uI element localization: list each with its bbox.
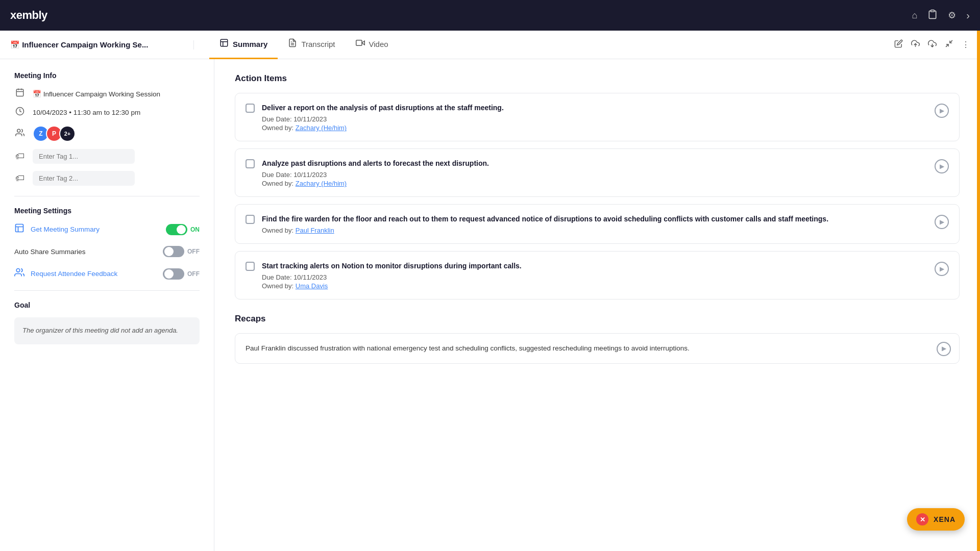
action-content-2: Analyze past disruptions and alerts to f… (262, 158, 927, 187)
action-play-btn-3[interactable]: ▶ (935, 215, 949, 229)
action-checkbox-3[interactable] (246, 215, 255, 224)
action-content-4: Start tracking alerts on Notion to monit… (262, 261, 927, 290)
recap-expand-btn-1[interactable]: ▶ (937, 342, 951, 356)
action-due-date-1: Due Date: 10/11/2023 (262, 115, 927, 123)
action-item-3: Find the fire warden for the floor and r… (235, 204, 960, 244)
setting-left-feedback: Request Attendee Feedback (14, 267, 117, 280)
toggle-thumb-auto-share (164, 247, 174, 256)
action-item-4: Start tracking alerts on Notion to monit… (235, 251, 960, 299)
svg-line-8 (946, 44, 948, 47)
action-checkbox-1[interactable] (246, 104, 255, 113)
svg-rect-5 (356, 40, 361, 46)
action-checkbox-4[interactable] (246, 262, 255, 271)
divider-2 (14, 290, 200, 291)
toggle-feedback[interactable]: OFF (163, 268, 200, 280)
action-due-date-2: Due Date: 10/11/2023 (262, 171, 927, 179)
goal-text: The organizer of this meeting did not ad… (22, 327, 178, 334)
attendees-icon (14, 128, 26, 140)
svg-rect-1 (220, 39, 228, 46)
download-icon[interactable] (928, 39, 937, 50)
avatar-count: 2+ (59, 126, 76, 142)
action-owner-2: Owned by: Zachary (He/him) (262, 180, 927, 187)
action-owner-1: Owned by: Zachary (He/him) (262, 124, 927, 132)
goal-title: Goal (14, 301, 200, 309)
compress-icon[interactable] (945, 39, 953, 50)
toggle-auto-share[interactable]: OFF (163, 246, 200, 257)
svg-point-17 (16, 269, 20, 272)
action-content-3: Find the fire warden for the floor and r… (262, 214, 927, 234)
action-owner-4: Owned by: Uma Davis (262, 282, 927, 290)
setting-row-summary: Get Meeting Summary ON (14, 223, 200, 236)
top-navigation: xembly ⌂ ⚙ › (0, 0, 980, 31)
action-play-btn-4[interactable]: ▶ (935, 262, 949, 276)
toggle-track-summary[interactable] (166, 224, 187, 235)
meeting-title: 📅 Influencer Campaign Working Se... (10, 40, 148, 49)
clipboard-icon[interactable] (927, 9, 938, 22)
recap-card-1: Paul Franklin discussed frustration with… (235, 333, 960, 364)
setting-feedback-label[interactable]: Request Attendee Feedback (31, 270, 117, 278)
tab-bar: 📅 Influencer Campaign Working Se... Summ… (0, 31, 980, 59)
toggle-summary[interactable]: ON (166, 224, 200, 235)
tab-transcript[interactable]: Transcript (278, 31, 345, 59)
action-owner-link-3[interactable]: Paul Franklin (296, 227, 334, 234)
tag1-input[interactable] (33, 149, 135, 164)
meeting-title-area: 📅 Influencer Campaign Working Se... (10, 40, 194, 49)
transcript-tab-label: Transcript (301, 40, 335, 48)
main-layout: Meeting Info 📅 Influencer Campaign Worki… (0, 59, 980, 551)
action-item-1: Deliver a report on the analysis of past… (235, 93, 960, 141)
action-content-1: Deliver a report on the analysis of past… (262, 103, 927, 132)
setting-summary-icon (14, 223, 24, 236)
tab-summary[interactable]: Summary (209, 31, 278, 59)
tag2-input[interactable] (33, 171, 135, 186)
action-items-title: Action Items (235, 73, 960, 84)
toggle-thumb-feedback (164, 269, 174, 279)
tag1-row: 🏷 (14, 149, 200, 164)
svg-rect-0 (931, 10, 935, 11)
calendar-icon (14, 88, 26, 99)
action-owner-link-2[interactable]: Zachary (He/him) (296, 180, 347, 187)
meeting-info-title: Meeting Info (14, 71, 200, 80)
setting-auto-share-label: Auto Share Summaries (14, 248, 86, 256)
video-tab-icon (356, 38, 365, 49)
video-tab-label: Video (369, 40, 388, 48)
action-item-2: Analyze past disruptions and alerts to f… (235, 148, 960, 197)
toggle-label-summary: ON (190, 226, 200, 233)
svg-rect-10 (16, 89, 23, 96)
action-title-2: Analyze past disruptions and alerts to f… (262, 158, 927, 169)
toggle-track-feedback[interactable] (163, 268, 184, 280)
recaps-section: Recaps Paul Franklin discussed frustrati… (235, 314, 960, 364)
goal-box: The organizer of this meeting did not ad… (14, 317, 200, 344)
upload-icon[interactable] (911, 39, 920, 50)
xena-close-icon[interactable]: ✕ (916, 513, 928, 525)
action-owner-link-1[interactable]: Zachary (He/him) (296, 124, 347, 132)
recaps-title: Recaps (235, 314, 960, 324)
tag1-icon: 🏷 (14, 151, 26, 162)
chevron-right-icon[interactable]: › (966, 10, 970, 21)
meeting-date: 10/04/2023 • 11:30 am to 12:30 pm (33, 109, 140, 116)
main-content: Action Items Deliver a report on the ana… (214, 59, 980, 551)
action-play-btn-2[interactable]: ▶ (935, 159, 949, 173)
action-play-btn-1[interactable]: ▶ (935, 104, 949, 118)
home-icon[interactable]: ⌂ (912, 10, 917, 21)
app-logo: xembly (10, 9, 47, 22)
sidebar: Meeting Info 📅 Influencer Campaign Worki… (0, 59, 214, 551)
toggle-track-auto-share[interactable] (163, 246, 184, 257)
toggle-thumb-summary (177, 225, 186, 234)
avatars-group: Z P 2+ (33, 126, 72, 142)
tab-video[interactable]: Video (346, 31, 399, 59)
toggle-label-feedback: OFF (187, 270, 200, 278)
setting-summary-label[interactable]: Get Meeting Summary (31, 226, 100, 233)
more-icon[interactable]: ⋮ (962, 40, 970, 49)
action-owner-link-4[interactable]: Uma Davis (296, 282, 328, 290)
tabs-area: Summary Transcript Video (194, 31, 894, 59)
tab-bar-actions: ⋮ (894, 39, 970, 50)
meeting-name-row: 📅 Influencer Campaign Working Session (14, 88, 200, 99)
action-checkbox-2[interactable] (246, 159, 255, 168)
svg-marker-4 (362, 41, 364, 45)
edit-icon[interactable] (894, 39, 903, 50)
recap-text-1: Paul Franklin discussed frustration with… (246, 344, 690, 352)
right-accent-bar (977, 31, 980, 551)
setting-feedback-icon (14, 267, 24, 280)
gear-icon[interactable]: ⚙ (948, 10, 956, 21)
xena-button[interactable]: ✕ XENA (907, 508, 965, 531)
